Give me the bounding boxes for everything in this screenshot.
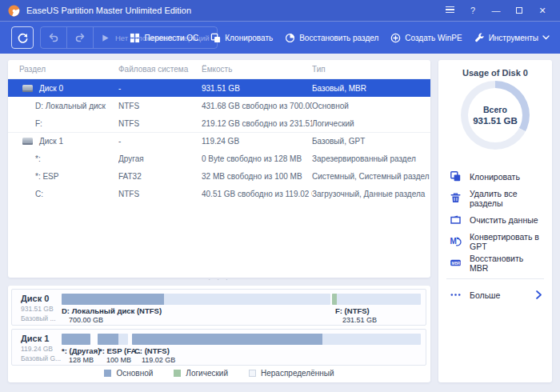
action-label: Конвертировать в GPT [470, 232, 542, 251]
type-value: Загрузочный, Данные раздела [312, 190, 430, 198]
type-value: Базовый, MBR [312, 84, 430, 93]
help-icon[interactable]: ? [466, 6, 479, 15]
segment-fill [62, 294, 164, 305]
disk-icon [22, 85, 33, 92]
rebuild-mbr-icon: MBR [449, 257, 462, 270]
partition-label: C: (NTFS) 119.02 GB [134, 346, 175, 364]
primary-swatch [104, 370, 111, 377]
capacity-value: 0 Byte свободно из 128 MB [202, 154, 312, 163]
close-icon[interactable]: ✕ [536, 6, 549, 16]
filesystem-value: - [118, 137, 202, 146]
disk-scheme: Базовый G... [21, 354, 66, 362]
disk-map-panel: Диск 0 931.51 GB Базовый ... D: Локальны… [8, 286, 430, 382]
refresh-icon [17, 32, 29, 44]
type-value: Логический [312, 119, 430, 128]
title-bar: EaseUS Partition Master Unlimited Editio… [0, 0, 560, 22]
action-wipe-data[interactable]: Очистить данные [438, 209, 552, 230]
action-label: Восстановить MBR [470, 254, 542, 273]
partition-segment-esp[interactable] [98, 334, 128, 345]
action-label: Больше [470, 290, 500, 300]
disk-size: 931.51 GB [21, 305, 66, 313]
create-winpe-icon [390, 33, 401, 43]
legend-primary: Основной [104, 369, 153, 378]
table-row-reserved[interactable]: *: Другая 0 Byte свободно из 128 MB Заре… [8, 150, 430, 167]
partition-name: C: [35, 190, 43, 198]
action-delete-all-partitions[interactable]: Удалить все разделы [438, 187, 552, 209]
svg-text:M: M [450, 237, 456, 246]
action-rebuild-mbr[interactable]: MBR Восстановить MBR [438, 252, 552, 274]
action-convert-to-gpt[interactable]: M Конвертировать в GPT [438, 230, 552, 252]
disk-usage-chart: Всего 931.51 GB [461, 81, 530, 150]
donut-center-value: 931.51 GB [473, 116, 518, 126]
chevron-down-icon [542, 35, 550, 40]
maximize-icon[interactable] [513, 6, 526, 15]
table-row-disk1[interactable]: Диск 1 - 119.24 GB Базовый, GPT [8, 132, 430, 150]
table-row-disk0[interactable]: Диск 0 - 931.51 GB Базовый, MBR [8, 79, 430, 97]
partition-name: Диск 1 [39, 137, 63, 146]
partition-table: Раздел Файловая система Ёмкость Тип Диск… [8, 60, 430, 278]
tools-button[interactable]: Инструменты [472, 30, 552, 46]
undo-button[interactable] [41, 27, 66, 48]
usage-title: Usage of Disk 0 [438, 68, 552, 78]
partition-label: *: (Другая) 128 MB [62, 346, 100, 364]
table-row-c[interactable]: C: NTFS 40.51 GB свободно из 119.02 GB З… [8, 185, 430, 202]
type-value: Основной [312, 102, 430, 110]
disk-scheme: Базовый ... [21, 314, 66, 322]
filesystem-value: FAT32 [118, 172, 202, 181]
disk-name: Диск 1 [21, 334, 66, 343]
action-label: Удалить все разделы [470, 189, 542, 208]
partition-segment-reserved[interactable] [62, 334, 90, 345]
filesystem-value: - [118, 84, 202, 93]
recover-partition-icon [285, 33, 295, 43]
more-dots-icon [449, 289, 462, 302]
minimize-icon[interactable]: — [490, 6, 502, 15]
partition-name: *: ESP [35, 172, 58, 181]
toolbar: Нет отложенных операций Перенести ОС Кло… [0, 22, 560, 54]
filesystem-value: NTFS [118, 119, 202, 128]
refresh-button[interactable] [11, 26, 34, 49]
legend-logical: Логический [174, 369, 228, 378]
partition-name: D: Локальный диск [35, 102, 106, 110]
clone-icon [449, 170, 462, 183]
play-icon [101, 34, 110, 42]
convert-gpt-icon: M [449, 235, 462, 248]
partition-segment-f[interactable] [332, 294, 421, 305]
type-value: Системный, Системный раздел EFI [312, 172, 430, 181]
chevron-right-icon[interactable] [536, 290, 542, 299]
table-row-f[interactable]: F: NTFS 219.12 GB свободно из 231.51 GB … [8, 114, 430, 132]
action-label: Очистить данные [470, 215, 538, 225]
menu-icon[interactable] [443, 5, 456, 17]
redo-icon [74, 32, 86, 43]
capacity-value: 32 MB свободно из 100 MB [202, 172, 312, 181]
logical-swatch [174, 370, 181, 377]
disk-icon [22, 138, 33, 145]
panel-splitter-handle[interactable]: · · · [8, 276, 430, 286]
partition-label: F: (NTFS) 231.51 GB [335, 306, 377, 324]
window-title: EaseUS Partition Master Unlimited Editio… [26, 6, 191, 15]
table-row-esp[interactable]: *: ESP FAT32 32 MB свободно из 100 MB Си… [8, 167, 430, 185]
clone-button[interactable]: Клонировать [208, 30, 275, 46]
redo-button[interactable] [66, 27, 93, 48]
capacity-value: 431.68 GB свободно из 700.00 GB [202, 102, 312, 110]
partition-name: *: [35, 154, 41, 163]
segment-fill [98, 334, 118, 345]
capacity-value: 40.51 GB свободно из 119.02 GB [202, 190, 312, 198]
action-more[interactable]: Больше [438, 284, 552, 306]
partition-name: Диск 0 [39, 84, 63, 93]
disk-size: 119.24 GB [21, 345, 66, 353]
partition-segment-c[interactable] [132, 334, 421, 345]
create-winpe-button[interactable]: Создать WinPE [388, 30, 464, 46]
migrate-os-button[interactable]: Перенести ОС [127, 30, 201, 46]
table-header: Раздел Файловая система Ёмкость Тип [8, 60, 430, 79]
action-clone[interactable]: Клонировать [438, 166, 552, 187]
table-row-d[interactable]: D: Локальный диск NTFS 431.68 GB свободн… [8, 97, 430, 114]
column-header-capacity: Ёмкость [202, 65, 312, 74]
easeus-logo [8, 5, 20, 17]
create-winpe-label: Создать WinPE [405, 34, 462, 42]
partition-segment-d[interactable] [62, 294, 330, 305]
column-header-type: Тип [312, 65, 430, 74]
recover-partition-button[interactable]: Восстановить раздел [282, 30, 381, 46]
filesystem-value: Другая [118, 154, 202, 163]
legend-label: Нераспределённый [261, 369, 334, 378]
partition-name: F: [35, 119, 42, 128]
